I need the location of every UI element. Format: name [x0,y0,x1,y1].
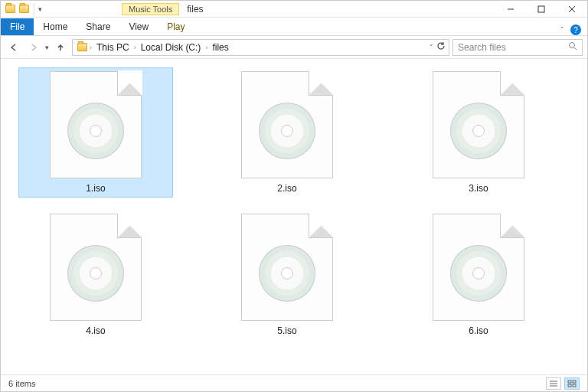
thumbnails-view-icon [567,380,577,387]
address-dropdown-icon[interactable]: ˅ [430,44,433,51]
file-item[interactable]: 5.iso [211,211,364,339]
maximize-icon [537,5,545,13]
file-item[interactable]: 2.iso [211,68,364,197]
chevron-right-icon: › [205,44,207,51]
tab-view[interactable]: View [119,18,158,35]
file-item[interactable]: 6.iso [402,211,555,339]
navigation-bar: ▾ › This PC › Local Disk (C:) › files ˅ … [1,36,587,59]
status-bar: 6 items [1,374,587,391]
chevron-right-icon: › [134,44,136,51]
title-bar: ▾ Music Tools files [1,1,587,18]
separator [34,3,34,15]
iso-file-icon [433,71,524,178]
chevron-right-icon: › [90,44,92,51]
close-icon [568,5,576,13]
file-item[interactable]: 4.iso [19,211,172,339]
forward-button[interactable] [25,39,42,56]
quick-access-toolbar: ▾ [1,3,45,15]
svg-point-4 [570,43,575,48]
thumbnails-view-button[interactable] [564,377,580,390]
arrow-left-icon [9,43,18,52]
iso-file-icon [241,214,333,321]
arrow-right-icon [29,43,38,52]
refresh-icon[interactable] [436,41,446,53]
breadcrumb-segment[interactable]: This PC [93,42,132,53]
tab-file[interactable]: File [1,18,34,35]
breadcrumb-segment[interactable]: files [209,42,231,53]
arrow-up-icon [56,43,65,52]
help-icon[interactable]: ? [570,24,581,35]
svg-rect-9 [568,381,571,383]
file-name: 1.iso [86,183,105,194]
address-bar[interactable]: › This PC › Local Disk (C:) › files ˅ [72,39,449,56]
minimize-icon [507,5,514,13]
details-view-button[interactable] [546,377,561,390]
ribbon-collapse-icon[interactable]: ˅ [560,26,564,34]
history-dropdown-icon[interactable]: ▾ [45,44,49,51]
folder-icon [4,3,16,15]
svg-rect-11 [568,384,571,387]
qat-dropdown-icon[interactable]: ▾ [38,5,42,13]
tab-home[interactable]: Home [34,18,77,35]
back-button[interactable] [5,39,22,56]
file-name: 5.iso [277,325,296,336]
item-count: 6 items [8,379,35,388]
up-button[interactable] [52,39,69,56]
close-button[interactable] [557,1,587,18]
breadcrumb-segment[interactable]: Local Disk (C:) [138,42,204,53]
svg-line-5 [574,47,577,50]
folder-icon [18,3,30,15]
file-name: 2.iso [277,183,296,194]
maximize-button[interactable] [526,1,557,18]
folder-icon [76,41,88,54]
svg-rect-12 [573,384,576,387]
ribbon: File Home Share View Play ˅ ? [1,18,587,36]
file-name: 6.iso [469,325,488,336]
details-view-icon [549,380,558,387]
iso-file-icon [50,71,142,178]
iso-file-icon [241,71,333,178]
file-pane[interactable]: 1.iso 2.iso 3.iso 4.iso 5.iso 6.iso [1,59,587,374]
tab-share[interactable]: Share [77,18,119,35]
tab-play[interactable]: Play [158,18,194,35]
file-name: 4.iso [86,325,105,336]
iso-file-icon [433,214,524,321]
file-name: 3.iso [469,183,488,194]
svg-rect-1 [538,6,544,12]
context-tab-label: Music Tools [122,3,179,15]
svg-rect-10 [573,381,576,383]
window-controls [495,1,587,18]
minimize-button[interactable] [495,1,526,18]
window-title: files [187,4,203,15]
file-item[interactable]: 3.iso [402,68,555,197]
search-placeholder: Search files [458,42,506,53]
search-icon [568,41,577,53]
iso-file-icon [50,214,142,321]
file-item[interactable]: 1.iso [19,68,172,197]
search-input[interactable]: Search files [452,39,583,56]
